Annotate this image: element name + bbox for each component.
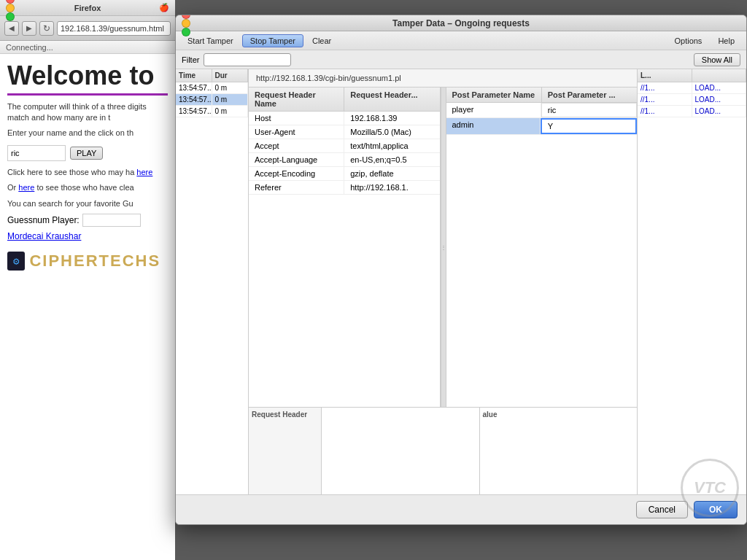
req-name-col: Request Header Name (249, 88, 344, 111)
header-value-cell: 192.168.1.39 (344, 112, 439, 125)
value-label: alue (479, 408, 638, 494)
table-row[interactable]: 13:54:57.... 0 m (176, 82, 248, 94)
browser-titlebar: Firefox 🍎 (0, 0, 175, 16)
here-link-1[interactable]: here (136, 168, 152, 176)
time-col-header: Time (176, 69, 212, 82)
forward-button[interactable]: ▶ (22, 21, 36, 36)
traffic-lights (6, 0, 15, 21)
header-name-cell: Referer (249, 181, 344, 194)
right-panel-header: L... (638, 69, 746, 82)
dur-cell: 0 m (212, 106, 249, 117)
address-bar[interactable]: 192.168.1.39/guessnum.html (57, 21, 171, 36)
name-input[interactable] (7, 145, 66, 161)
table-row[interactable]: Accept-Encoding gzip, deflate (249, 167, 440, 181)
panel-divider[interactable]: ⋮ (441, 88, 446, 407)
dialog-menubar: Start Tamper Stop Tamper Clear Options H… (176, 31, 746, 50)
table-row[interactable]: Accept-Language en-US,en;q=0.5 (249, 153, 440, 167)
dialog-maximize-button[interactable] (182, 28, 190, 36)
dialog-title: Tamper Data – Ongoing requests (392, 18, 530, 28)
header-value-cell: Mozilla/5.0 (Mac) (344, 125, 439, 139)
menu-right: Options Help (667, 35, 742, 47)
help-button[interactable]: Help (711, 35, 742, 47)
dialog-traffic-lights (182, 15, 190, 36)
cancel-button[interactable]: Cancel (636, 501, 688, 518)
request-header-table-header: Request Header Name Request Header... (249, 88, 440, 112)
click-here-text1: Click here to see those who may ha here (7, 167, 168, 178)
status-cell: LOAD... (692, 94, 747, 105)
options-button[interactable]: Options (667, 35, 709, 47)
play-button[interactable]: PLAY (70, 147, 103, 160)
time-cell: 13:54:57.... (176, 106, 212, 117)
here-link-2[interactable]: here (18, 183, 34, 192)
table-row[interactable]: 13:54:57.... 0 m (176, 94, 248, 106)
click-here-text2: Or here Or here to see those who have cl… (7, 182, 168, 193)
request-header-detail-label: Request Header (249, 408, 322, 494)
status-cell: LOAD... (692, 82, 747, 93)
table-row[interactable]: User-Agent Mozilla/5.0 (Mac) (249, 125, 440, 139)
status-bar: Connecting... (0, 41, 175, 54)
bottom-center-panel (322, 408, 479, 494)
back-button[interactable]: ◀ (4, 21, 19, 36)
post-value-editable-cell[interactable] (541, 118, 637, 134)
post-name-cell: player (446, 103, 541, 117)
time-cell: 13:54:57.... (176, 82, 212, 93)
start-tamper-button[interactable]: Start Tamper (180, 35, 241, 47)
post-value-cell: ric (541, 103, 637, 117)
header-value-cell: text/html,applica (344, 139, 439, 152)
url-bar: http://192.168.1.39/cgi-bin/guessnum1.pl (249, 69, 637, 88)
l-cell: //1... (638, 94, 692, 105)
dialog-minimize-button[interactable] (182, 19, 190, 28)
l-cell: //1... (638, 106, 692, 117)
clear-button[interactable]: Clear (305, 35, 338, 47)
filter-label: Filter (182, 55, 199, 64)
post-parameter-panel: Post Parameter Name Post Parameter ... p… (446, 88, 638, 407)
header-name-cell: Accept (249, 139, 344, 152)
guessnum-player-row: Guessnum Player: (7, 214, 168, 227)
table-row[interactable]: player ric (446, 103, 638, 118)
list-item[interactable]: //1... LOAD... (638, 94, 746, 106)
minimize-button[interactable] (6, 4, 15, 12)
table-row[interactable]: Accept text/html,applica (249, 139, 440, 153)
l-cell: //1... (638, 82, 692, 93)
header-name-cell: Accept-Encoding (249, 167, 344, 180)
request-header-panel: Request Header Name Request Header... Ho… (249, 88, 441, 407)
page-title: Welcome to (7, 61, 168, 96)
detail-panel: http://192.168.1.39/cgi-bin/guessnum1.pl… (249, 69, 637, 494)
header-name-cell: Accept-Language (249, 153, 344, 166)
post-value-input[interactable] (548, 122, 630, 131)
request-list: Time Dur 13:54:57.... 0 m 13:54:57.... 0… (176, 69, 249, 494)
post-name-cell: admin (446, 118, 541, 134)
filter-input[interactable] (204, 53, 291, 66)
post-name-col: Post Parameter Name (446, 88, 542, 102)
list-item[interactable]: //1... LOAD... (638, 106, 746, 117)
show-all-button[interactable]: Show All (694, 53, 740, 66)
status-col-header (692, 69, 747, 82)
webpage-content: Welcome to The computer will think of a … (0, 54, 175, 560)
dur-cell: 0 m (212, 82, 249, 93)
guessnum-player-input[interactable] (82, 214, 141, 227)
browser-toolbar: ◀ ▶ ↻ 192.168.1.39/guessnum.html (0, 16, 175, 41)
play-row: PLAY (7, 145, 168, 161)
dialog-footer: Cancel OK (176, 494, 746, 524)
dialog-close-button[interactable] (182, 15, 190, 19)
table-row[interactable]: Host 192.168.1.39 (249, 112, 440, 125)
header-name-cell: Host (249, 112, 344, 125)
table-row[interactable]: Referer http://192.168.1. (249, 181, 440, 195)
search-text: You can search for your favorite Gu (7, 198, 168, 209)
page-para1: The computer will think of a three digit… (7, 101, 168, 124)
status-cell: LOAD... (692, 106, 747, 117)
filter-bar: Filter Show All (176, 50, 746, 69)
maximize-button[interactable] (6, 12, 15, 21)
list-item[interactable]: //1... LOAD... (638, 82, 746, 94)
stop-tamper-button[interactable]: Stop Tamper (242, 34, 303, 47)
close-button[interactable] (6, 0, 15, 4)
vtc-watermark: VTC (681, 459, 739, 494)
bottom-section: Request Header alue (249, 407, 637, 494)
cipher-name: CIPHERTECHS (29, 252, 160, 271)
reload-button[interactable]: ↻ (39, 21, 54, 36)
header-name-cell: User-Agent (249, 125, 344, 139)
ciphertechs-logo: ⚙ CIPHERTECHS (7, 252, 168, 271)
table-row[interactable]: admin (446, 118, 638, 135)
author-link[interactable]: Mordecai Kraushar (7, 231, 81, 241)
table-row[interactable]: 13:54:57.... 0 m (176, 106, 248, 117)
